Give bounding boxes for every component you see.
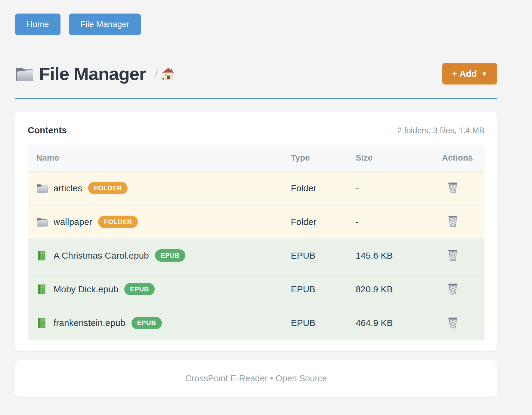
name-cell: Moby Dick.epub EPUB (28, 283, 291, 295)
folder-icon (15, 66, 33, 81)
file-table-body: articles FOLDER Folder - wallpaper FOLDE… (28, 171, 484, 340)
type-badge: EPUB (131, 317, 162, 329)
house-icon[interactable] (162, 68, 175, 80)
file-name[interactable]: wallpaper (54, 217, 92, 227)
column-header-actions: Actions (442, 145, 484, 171)
page-title: File Manager (39, 63, 146, 84)
column-header-name: Name (28, 145, 291, 171)
delete-button[interactable] (446, 214, 459, 229)
file-name[interactable]: A Christmas Carol.epub (54, 251, 149, 261)
title-divider (15, 98, 497, 99)
trash-icon (447, 182, 458, 194)
name-cell: A Christmas Carol.epub EPUB (28, 249, 291, 262)
trash-icon (447, 317, 458, 329)
type-cell: Folder (291, 171, 356, 205)
type-badge: EPUB (124, 283, 155, 295)
file-table-header: Name Type Size Actions (28, 145, 484, 171)
column-header-size: Size (356, 145, 442, 171)
file-manager-button[interactable]: File Manager (69, 14, 141, 35)
table-row: Moby Dick.epub EPUB EPUB 820.9 KB (28, 272, 484, 306)
contents-card: Contents 2 folders, 3 files, 1.4 MB Name… (15, 112, 497, 351)
footer: CrossPoint E-Reader • Open Source (15, 360, 497, 397)
green-book-icon (36, 284, 48, 294)
add-button-label: + Add (452, 69, 477, 79)
top-nav: Home File Manager (15, 14, 497, 35)
name-cell: articles FOLDER (28, 182, 291, 194)
footer-text: CrossPoint E-Reader • Open Source (185, 374, 327, 383)
name-cell: frankenstein.epub EPUB (28, 317, 291, 329)
type-badge: FOLDER (88, 182, 128, 194)
trash-icon (447, 215, 458, 227)
type-badge: EPUB (155, 249, 185, 262)
contents-summary: 2 folders, 3 files, 1.4 MB (397, 126, 484, 135)
trash-icon (447, 283, 458, 295)
table-row: frankenstein.epub EPUB EPUB 464.9 KB (28, 306, 484, 340)
size-cell: 145.6 KB (356, 239, 442, 272)
table-row: A Christmas Carol.epub EPUB EPUB 145.6 K… (28, 239, 484, 272)
file-name[interactable]: articles (54, 183, 82, 193)
type-cell: Folder (291, 205, 356, 239)
green-book-icon (36, 318, 48, 328)
delete-button[interactable] (446, 315, 459, 330)
home-button[interactable]: Home (15, 14, 60, 35)
file-name[interactable]: frankenstein.epub (54, 318, 125, 328)
size-cell: 464.9 KB (356, 306, 442, 340)
table-row: articles FOLDER Folder - (28, 171, 484, 205)
file-table: Name Type Size Actions articles FOLDER F… (28, 145, 484, 340)
table-row: wallpaper FOLDER Folder - (28, 205, 484, 239)
type-cell: EPUB (291, 306, 356, 340)
delete-button[interactable] (446, 248, 459, 262)
green-book-icon (36, 251, 48, 261)
file-name[interactable]: Moby Dick.epub (54, 284, 118, 294)
add-button[interactable]: + Add ▼ (442, 63, 497, 85)
size-cell: 820.9 KB (356, 272, 442, 306)
size-cell: - (356, 205, 442, 239)
name-cell: wallpaper FOLDER (28, 216, 291, 228)
trash-icon (447, 249, 458, 261)
type-cell: EPUB (291, 272, 356, 306)
size-cell: - (356, 171, 442, 205)
delete-button[interactable] (446, 281, 459, 296)
page: Home File Manager File Manager / + Add ▼… (0, 0, 512, 397)
type-badge: FOLDER (98, 216, 138, 228)
page-header: File Manager / + Add ▼ (15, 63, 497, 85)
contents-card-header: Contents 2 folders, 3 files, 1.4 MB (28, 125, 484, 135)
contents-title: Contents (28, 125, 67, 135)
delete-button[interactable] (446, 180, 459, 195)
type-cell: EPUB (291, 239, 356, 272)
breadcrumb: / (155, 68, 158, 80)
column-header-type: Type (291, 145, 356, 171)
chevron-down-icon: ▼ (481, 70, 487, 78)
folder-icon (36, 217, 48, 227)
folder-icon (36, 183, 48, 193)
